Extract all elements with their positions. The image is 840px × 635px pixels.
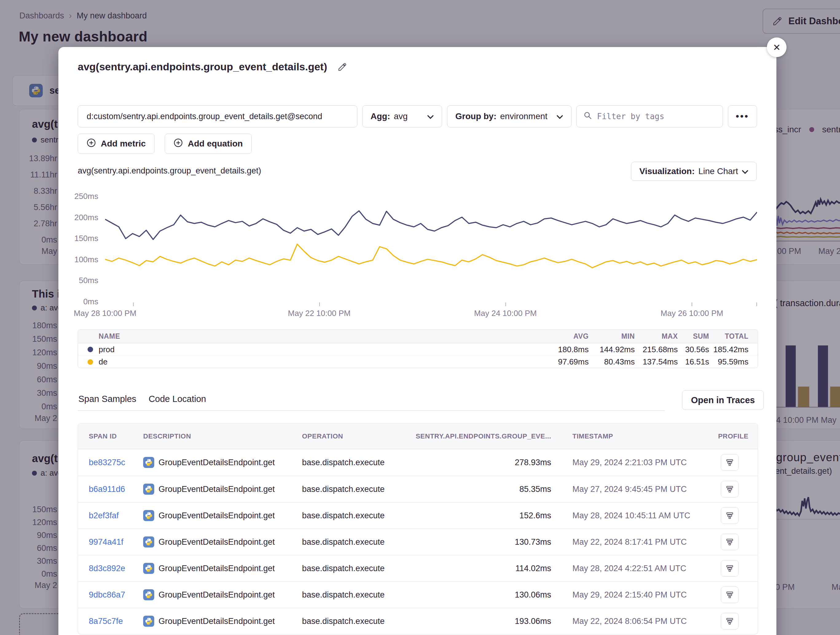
details-tabbar: Span SamplesCode Location bbox=[78, 391, 665, 411]
query-builder: Agg: avg Group by: environment ••• bbox=[78, 105, 757, 128]
profiling-icon bbox=[726, 564, 734, 572]
python-icon bbox=[143, 616, 154, 627]
edit-title-pencil-icon[interactable] bbox=[338, 62, 347, 71]
timestamp-cell: May 22, 2024 8:06:54 PM UTC bbox=[551, 616, 711, 626]
chart-y-axis: 250ms200ms150ms100ms50ms0ms bbox=[58, 192, 98, 306]
plus-circle-icon bbox=[174, 138, 183, 150]
series-name: de bbox=[99, 357, 107, 367]
profile-button[interactable] bbox=[721, 613, 739, 629]
col-span-id: SPAN ID bbox=[89, 432, 143, 440]
open-in-traces-button[interactable]: Open in Traces bbox=[682, 390, 764, 410]
python-icon bbox=[143, 589, 154, 600]
span-id-link[interactable]: 9974a41f bbox=[89, 537, 143, 547]
summary-col-min: MIN bbox=[589, 332, 635, 340]
metric-chart-lines[interactable] bbox=[105, 197, 757, 302]
span-samples-table: SPAN ID DESCRIPTION OPERATION SENTRY.API… bbox=[78, 423, 758, 634]
tag-filter-input[interactable] bbox=[596, 112, 716, 121]
min-cell: 80.43ms bbox=[589, 357, 635, 367]
operation-cell: base.dispatch.execute bbox=[302, 511, 413, 520]
description-text: GroupEventDetailsEndpoint.get bbox=[158, 564, 275, 573]
profile-cell bbox=[711, 586, 748, 603]
add-equation-button[interactable]: Add equation bbox=[165, 134, 252, 154]
avg-cell: 97.69ms bbox=[537, 357, 589, 367]
group-by-value: environment bbox=[500, 112, 548, 121]
x-tick bbox=[319, 303, 320, 306]
group-by-select[interactable]: Group by: environment bbox=[447, 105, 572, 128]
total-cell: 185.42ms bbox=[709, 345, 748, 355]
metric-query-input[interactable] bbox=[78, 105, 357, 128]
table-row: b2ef3faf GroupEventDetailsEndpoint.get b… bbox=[78, 502, 758, 528]
duration-cell: 85.35ms bbox=[413, 485, 551, 494]
summary-row[interactable]: prod 180.8ms 144.92ms 215.68ms 30.56s 18… bbox=[78, 343, 758, 356]
span-id-link[interactable]: b2ef3faf bbox=[89, 511, 143, 520]
search-icon bbox=[583, 111, 592, 122]
x-axis-label: May 22 10:00 PM bbox=[288, 309, 351, 318]
x-tick bbox=[505, 303, 506, 306]
series-name: prod bbox=[99, 345, 115, 355]
visualization-label: Visualization: bbox=[639, 166, 695, 176]
profile-button[interactable] bbox=[721, 586, 739, 603]
more-options-button[interactable]: ••• bbox=[728, 105, 757, 128]
description-cell: GroupEventDetailsEndpoint.get bbox=[143, 536, 302, 547]
operation-cell: base.dispatch.execute bbox=[302, 485, 413, 494]
avg-cell: 180.8ms bbox=[537, 345, 589, 355]
tag-filter-field bbox=[576, 105, 723, 128]
span-id-link[interactable]: be83275c bbox=[89, 458, 143, 467]
profiling-icon bbox=[726, 459, 734, 466]
span-id-link[interactable]: 9dbc86a7 bbox=[89, 590, 143, 600]
metric-details-modal: avg(sentry.api.endpoints.group_event_det… bbox=[58, 47, 777, 635]
profiling-icon bbox=[726, 538, 734, 546]
add-equation-label: Add equation bbox=[188, 139, 243, 149]
y-axis-label: 250ms bbox=[74, 192, 98, 200]
timestamp-cell: May 29, 2024 2:21:03 PM UTC bbox=[551, 458, 711, 467]
description-cell: GroupEventDetailsEndpoint.get bbox=[143, 457, 302, 468]
profile-cell bbox=[711, 613, 748, 629]
visualization-select[interactable]: Visualization: Line Chart bbox=[631, 162, 757, 181]
duration-cell: 152.6ms bbox=[413, 511, 551, 520]
timestamp-cell: May 28, 2024 4:22:51 AM UTC bbox=[551, 564, 711, 573]
duration-cell: 130.73ms bbox=[413, 537, 551, 547]
profile-button[interactable] bbox=[721, 534, 739, 550]
description-cell: GroupEventDetailsEndpoint.get bbox=[143, 589, 302, 600]
tab[interactable]: Code Location bbox=[148, 391, 207, 410]
aggregation-select[interactable]: Agg: avg bbox=[362, 105, 442, 128]
profile-button[interactable] bbox=[721, 560, 739, 577]
sum-cell: 16.51s bbox=[678, 357, 709, 367]
tab[interactable]: Span Samples bbox=[78, 391, 137, 410]
col-profile: PROFILE bbox=[711, 432, 748, 440]
close-icon[interactable]: ✕ bbox=[767, 38, 786, 57]
profile-cell bbox=[711, 534, 748, 550]
description-text: GroupEventDetailsEndpoint.get bbox=[158, 590, 275, 600]
series-name-cell: de bbox=[88, 357, 537, 367]
description-cell: GroupEventDetailsEndpoint.get bbox=[143, 616, 302, 627]
span-id-link[interactable]: 8a75c7fe bbox=[89, 616, 143, 626]
profile-button[interactable] bbox=[721, 481, 739, 498]
x-axis-label: May 26 10:00 PM bbox=[661, 309, 723, 318]
profile-button[interactable] bbox=[721, 507, 739, 524]
python-icon bbox=[143, 536, 154, 547]
python-icon bbox=[143, 510, 154, 521]
operation-cell: base.dispatch.execute bbox=[302, 590, 413, 600]
span-id-link[interactable]: b6a911d6 bbox=[89, 485, 143, 494]
group-by-label: Group by: bbox=[455, 112, 496, 121]
summary-row[interactable]: de 97.69ms 80.43ms 137.54ms 16.51s 95.59… bbox=[78, 356, 758, 368]
add-metric-label: Add metric bbox=[101, 139, 145, 149]
profile-cell bbox=[711, 507, 748, 524]
timestamp-cell: May 28, 2024 10:45:11 AM UTC bbox=[551, 511, 711, 520]
table-row: be83275c GroupEventDetailsEndpoint.get b… bbox=[78, 449, 758, 476]
gridline bbox=[105, 47, 757, 47]
description-cell: GroupEventDetailsEndpoint.get bbox=[143, 563, 302, 574]
description-cell: GroupEventDetailsEndpoint.get bbox=[143, 510, 302, 521]
add-metric-button[interactable]: Add metric bbox=[78, 134, 155, 154]
profiling-icon bbox=[726, 512, 734, 520]
x-tick bbox=[756, 303, 757, 306]
span-id-link[interactable]: 8d3c892e bbox=[89, 564, 143, 573]
col-description: DESCRIPTION bbox=[143, 432, 302, 440]
operation-cell: base.dispatch.execute bbox=[302, 537, 413, 547]
python-icon bbox=[143, 457, 154, 468]
profile-button[interactable] bbox=[721, 454, 739, 471]
table-row: 8d3c892e GroupEventDetailsEndpoint.get b… bbox=[78, 555, 758, 581]
summary-col-total: TOTAL bbox=[709, 332, 748, 340]
y-axis-label: 200ms bbox=[74, 213, 98, 222]
chevron-down-icon bbox=[427, 112, 434, 121]
